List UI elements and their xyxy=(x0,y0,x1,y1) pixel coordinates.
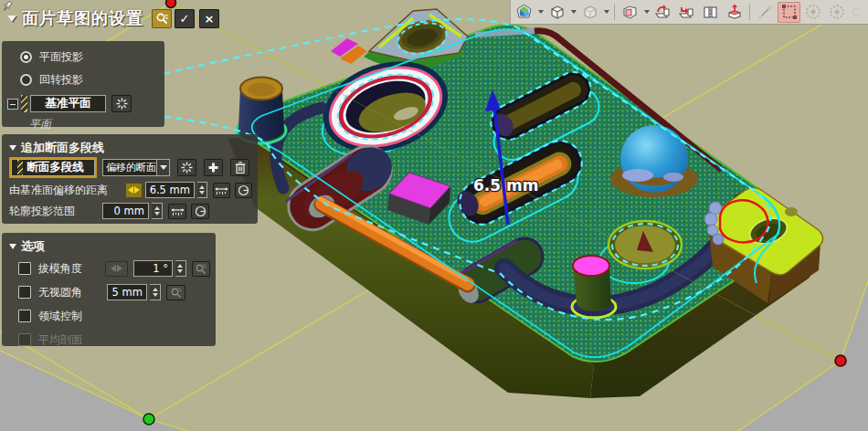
dimension-label: 6.5 mm xyxy=(473,176,538,194)
base-plane-field[interactable]: 基准平面 xyxy=(30,95,106,112)
protractor-icon xyxy=(238,184,249,196)
section-polyline-field[interactable]: 断面多段线 xyxy=(11,159,95,176)
draft-angle-field[interactable]: 1 ° xyxy=(133,260,173,277)
section-group-title: 追加断面多段线 xyxy=(21,140,104,156)
protractor-icon xyxy=(195,205,206,217)
split-view-icon[interactable] xyxy=(699,2,722,23)
shaded-cube-icon[interactable] xyxy=(578,2,601,23)
view-orientation-dropdown[interactable] xyxy=(642,2,651,23)
radio-revolve-label: 回转投影 xyxy=(39,72,83,88)
offset-distance-spinner[interactable] xyxy=(197,182,207,198)
shaded-cube-dropdown[interactable] xyxy=(602,2,610,23)
radio-plane-projection[interactable] xyxy=(20,51,32,63)
draft-angle-spinner[interactable] xyxy=(175,260,186,277)
view-orientation-icon[interactable] xyxy=(619,2,641,23)
partial-select-icon[interactable] xyxy=(849,2,860,23)
plus-icon xyxy=(208,163,218,173)
polygon-select-icon[interactable] xyxy=(825,2,848,23)
options-title: 选项 xyxy=(21,238,45,255)
expander-icon[interactable] xyxy=(7,99,18,110)
ruler-icon xyxy=(215,185,228,195)
average-section-checkbox-disabled xyxy=(18,333,31,346)
rectangle-select-icon[interactable] xyxy=(778,2,800,23)
burst-icon xyxy=(116,98,128,110)
section-lift-icon[interactable] xyxy=(723,2,746,23)
group-collapse-icon[interactable] xyxy=(9,145,16,151)
rotate-plane-left-icon[interactable] xyxy=(651,2,674,23)
burst-icon xyxy=(181,162,193,173)
draft-auto-button-disabled xyxy=(192,261,210,277)
section-polyline-label: 断面多段线 xyxy=(26,160,84,175)
render-mode-icon[interactable] xyxy=(513,2,535,23)
corner-handle-green xyxy=(143,414,154,425)
options-group: 选项 拔模角度 1 ° 无视圆角 5 mm 领域控制 平均 xyxy=(2,233,216,346)
panel-collapse-icon[interactable] xyxy=(7,16,16,22)
draft-flip-button-disabled xyxy=(105,261,128,277)
outline-range-field[interactable]: 0 mm xyxy=(102,203,149,219)
trash-icon xyxy=(235,162,246,173)
confirm-button[interactable]: ✓ xyxy=(175,9,195,28)
dropdown-arrow-icon[interactable] xyxy=(156,160,169,175)
offset-section-dropdown[interactable]: 偏移的断面 1 xyxy=(102,159,170,176)
draft-angle-checkbox[interactable] xyxy=(18,262,31,275)
region-control-checkbox[interactable] xyxy=(18,310,31,322)
projection-group: 平面投影 回转投影 基准平面 平面 xyxy=(2,41,164,127)
radio-revolve-projection[interactable] xyxy=(20,74,32,86)
radio-plane-label: 平面投影 xyxy=(39,49,83,65)
render-mode-dropdown[interactable] xyxy=(536,2,545,23)
line-select-icon[interactable] xyxy=(754,2,777,23)
flip-direction-button[interactable] xyxy=(125,183,143,198)
base-plane-caption: 平面 xyxy=(29,117,51,132)
delete-section-button[interactable] xyxy=(230,159,249,176)
group-collapse-icon[interactable] xyxy=(9,244,16,249)
ruler-icon xyxy=(171,206,185,216)
outline-range-spinner[interactable] xyxy=(152,203,163,219)
toolbar-separator xyxy=(614,4,615,20)
application-window: 6.5 mm xyxy=(0,0,868,431)
measure-distance-button[interactable] xyxy=(213,183,230,198)
ignore-fillet-spinner[interactable] xyxy=(150,284,161,300)
polyline-hatch-strip xyxy=(17,160,23,175)
rotate-plane-right-icon[interactable] xyxy=(675,2,698,23)
outline-range-label: 轮廓投影范围 xyxy=(9,204,100,219)
offset-section-value: 偏移的断面 1 xyxy=(103,161,156,174)
circle-select-icon[interactable] xyxy=(801,2,824,23)
average-section-label: 平均剖面 xyxy=(38,332,82,348)
measure-range-button[interactable] xyxy=(168,204,186,219)
pick-target-button[interactable] xyxy=(111,95,132,112)
panel-title: 面片草图的设置 xyxy=(22,7,143,29)
section-polyline-group: 追加断面多段线 断面多段线 偏移的断面 1 由基准面偏移的距离 xyxy=(2,134,258,224)
region-control-label: 领域控制 xyxy=(38,309,82,324)
magic-magnifier-icon xyxy=(195,263,206,275)
wireframe-cube-dropdown[interactable] xyxy=(569,2,577,23)
plane-hatch-strip xyxy=(21,95,27,112)
fillet-auto-button-disabled xyxy=(166,285,185,300)
ignore-fillet-checkbox[interactable] xyxy=(18,286,31,299)
offset-distance-label: 由基准面偏移的距离 xyxy=(9,183,122,198)
offset-distance-field[interactable]: 6.5 mm xyxy=(145,182,195,198)
toolbar-separator xyxy=(749,4,750,20)
magnifier-icon xyxy=(155,12,169,26)
view-toolbar xyxy=(510,0,868,25)
wireframe-cube-icon[interactable] xyxy=(545,2,568,23)
range-angle-button[interactable] xyxy=(191,204,209,219)
close-button[interactable]: × xyxy=(199,9,219,28)
pick-section-button[interactable] xyxy=(177,159,196,176)
pin-icon[interactable] xyxy=(1,0,15,13)
magic-magnifier-icon xyxy=(170,287,182,299)
ignore-fillet-label: 无视圆角 xyxy=(38,285,104,300)
panel-titlebar: 面片草图的设置 ✓ × xyxy=(2,5,219,32)
measure-angle-button[interactable] xyxy=(235,183,252,198)
preview-button[interactable] xyxy=(152,9,172,28)
draft-angle-label: 拔模角度 xyxy=(38,261,102,277)
ignore-fillet-field[interactable]: 5 mm xyxy=(107,284,147,300)
add-section-button[interactable] xyxy=(204,159,223,176)
corner-handle-red-right xyxy=(835,355,846,366)
